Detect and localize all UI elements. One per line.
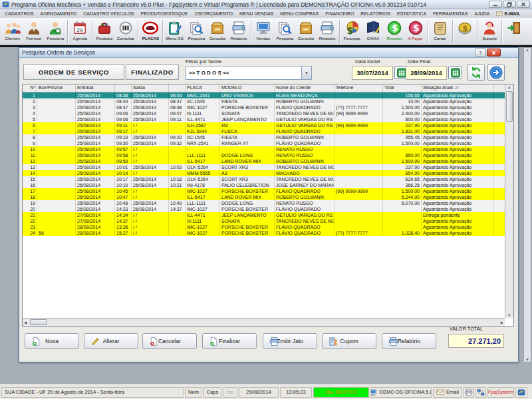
scroll-right-icon[interactable]: ▶ (501, 321, 503, 325)
toolbar-produtos-button[interactable]: Produtos (94, 19, 115, 45)
menu-email[interactable]: E-MAIL (493, 11, 523, 17)
nova-button[interactable]: Nova (25, 333, 79, 349)
toolbar-placas-button[interactable]: PLACAS (140, 19, 161, 45)
scroll-left-icon[interactable]: ◀ (24, 321, 27, 325)
toolbar-funciona-button[interactable]: Funciona (45, 19, 66, 45)
menu-menu-vendas[interactable]: MENU VENDAS (236, 11, 277, 16)
column-header-nome-cliente[interactable]: Nome do Cliente (275, 84, 334, 92)
column-header-saida-data[interactable]: Saida (132, 84, 169, 92)
menu-menu-compras[interactable]: MENU COMPRAS (277, 11, 322, 16)
toolbar-consulta-button[interactable]: Consulta (295, 19, 317, 45)
toolbar-menu-os-button[interactable]: Menu OS (164, 19, 186, 45)
column-header-saida-hora[interactable] (169, 84, 186, 92)
dialog-close-button[interactable] (487, 49, 501, 57)
os-row[interactable]: 1325/08/201410:0125/08/201410:03OLK-5264… (23, 164, 505, 170)
toolbar-moeda-button[interactable]: $ (454, 19, 475, 45)
os-row[interactable]: 125/08/201408:3825/08/201408:43MMC-2541U… (23, 92, 505, 98)
date-end-calendar-button[interactable] (448, 66, 462, 79)
toolbar-consultar-button[interactable]: Consultar (115, 19, 136, 45)
minimize-button[interactable] (489, 1, 502, 8)
toolbar-a-pagar-button[interactable]: $A Pagar (405, 19, 426, 45)
os-row[interactable]: 425/08/201409:0625/08/201409:07III-1111S… (23, 110, 505, 116)
menu-estatistica[interactable]: ESTATISTICA (394, 11, 430, 16)
os-row[interactable]: 1225/08/201409:59/ /ILL-5417LAND ROVER M… (23, 158, 505, 164)
scroll-up-icon[interactable]: ▲ (507, 85, 511, 89)
toolbar-pesquisa-button[interactable]: Pesquisa (274, 19, 295, 45)
toolbar-pesquisa-button[interactable]: Pesquisa (186, 19, 207, 45)
toolbar-fornece-button[interactable]: Fornece (23, 19, 45, 45)
column-header-numero[interactable]: Nº (23, 84, 37, 92)
os-row[interactable]: 245628/08/201415:27/ /IMC-1027PORSCHE BO… (23, 230, 505, 236)
os-row[interactable]: 2127/08/201414:34/ /ILL-4471JEEP LANÇAME… (23, 212, 505, 218)
os-row[interactable]: 1725/08/201410:45/ /IMC-1027PORSCHE BOXS… (23, 188, 505, 194)
date-end-input[interactable]: 28/09/2014 (406, 66, 447, 80)
os-row[interactable]: 2227/08/201414:37/ /III-1111SONATATANCRE… (23, 218, 505, 224)
os-row[interactable]: 2328/08/201413:36/ /IMC-1027PORSCHE BOXS… (23, 224, 505, 230)
scroll-down-icon[interactable]: ▼ (525, 358, 529, 362)
column-header-total[interactable]: Total (383, 84, 422, 92)
tab-finalizado[interactable]: FINALIZADO (126, 65, 179, 80)
os-row[interactable]: 225/08/201408:4425/08/201408:47IIC-1545F… (23, 98, 505, 104)
column-header-entrada-hora[interactable] (115, 84, 132, 92)
column-header-modelo[interactable]: MODELO (220, 84, 275, 92)
mdi-scrollbar[interactable]: ▲▼ (523, 47, 531, 362)
os-row[interactable]: 1525/08/201410:1725/08/201410:18OLK-5264… (23, 176, 505, 182)
menu-ajuda[interactable]: AJUDA (471, 11, 493, 16)
toolbar-vendas-button[interactable]: Vendas (253, 19, 274, 45)
os-row[interactable]: 325/08/201408:4725/08/201408:48IMC-1027P… (23, 104, 505, 110)
alterar-button[interactable]: Alterar (84, 333, 138, 349)
toolbar-agenda-button[interactable]: 29Agenda (69, 19, 90, 45)
menu-agendamento[interactable]: AGENDAMENTO (37, 11, 80, 16)
os-row[interactable]: 725/08/201409:17/ /KJL-5244FUSCAFLAVIO Q… (23, 128, 505, 134)
menu-os-orcamento[interactable]: OS/ORÇAMENTO (191, 11, 235, 16)
toolbar-suporte-button[interactable]: Suporte (479, 19, 500, 45)
os-row[interactable]: 1925/08/201410:4825/08/201410:49LLL-1111… (23, 200, 505, 206)
toolbar-financas-button[interactable]: $Finanças (341, 19, 362, 45)
filter-name-select[interactable]: >> T O D O S << ▼ (186, 66, 312, 80)
tab-ordem-de-servico[interactable]: ORDEM DE SERVIÇO (23, 65, 124, 80)
emitir-jato-button[interactable]: Emitir Jato (263, 333, 317, 349)
os-row[interactable]: 1825/08/201410:47/ /ILL-5417LAND ROVER M… (23, 194, 505, 200)
toolbar-relatorio-button[interactable]: Relatório (317, 19, 338, 45)
menu-ferramentas[interactable]: FERRAMENTAS (430, 11, 471, 16)
date-start-input[interactable]: 30/07/2014 (352, 66, 393, 80)
grid-horizontal-scrollbar[interactable]: ◀ ▶ (23, 318, 505, 326)
column-header-situacao[interactable]: Situação Atual -> (422, 84, 494, 92)
cupom-button[interactable]: Cupom (322, 333, 376, 349)
os-row[interactable]: 1625/08/201410:1925/08/201410:21INI-4178… (23, 182, 505, 188)
column-header-box-prisma[interactable]: Box/Prisma (37, 84, 76, 92)
os-row[interactable]: 625/08/201409:11/ /ILH-2587MZGETULIO VAR… (23, 122, 505, 128)
toolbar-relatorio-button[interactable]: Relatório (228, 19, 249, 45)
column-header-telefone[interactable]: Telefone (334, 84, 383, 92)
menu-relatorios[interactable]: RELATÓRIOS (357, 11, 394, 16)
toolbar-cartas-button[interactable]: Cartas (430, 19, 451, 45)
column-header-entrada-data[interactable]: Entrada (76, 84, 115, 92)
relatorio-button[interactable]: Relatório (382, 333, 436, 349)
os-row[interactable]: 825/08/201409:1925/08/201409:20IIC-1545F… (23, 134, 505, 140)
close-button[interactable] (517, 1, 530, 8)
os-row[interactable]: 2026/08/201414:3326/08/201414:37IMC-1027… (23, 206, 505, 212)
toolbar-clientes-button[interactable]: Clientes (2, 19, 23, 45)
os-row[interactable]: 1125/08/201409:58/ /LLL-1111DODGE LONGRE… (23, 152, 505, 158)
menu-cadastro-veiculos[interactable]: CADASTRO VEICULOS (80, 11, 137, 16)
finalizar-button[interactable]: Finalizar (202, 333, 257, 349)
scroll-up-icon[interactable]: ▲ (525, 48, 529, 52)
os-row[interactable]: 925/08/201409:3025/08/201409:32NRX-2541R… (23, 140, 505, 146)
go-button[interactable] (487, 64, 505, 81)
menu-cadastros[interactable]: CADASTROS (1, 11, 37, 16)
toolbar-consulta-button[interactable]: Consulta (207, 19, 228, 45)
toolbar-sair-button[interactable] (503, 19, 525, 45)
toolbar-caixa-button[interactable]: CAIXA (362, 19, 384, 45)
toolbar-receber-button[interactable]: $Receber (384, 19, 405, 45)
os-row[interactable]: 1025/08/201409:57/ /-RENATO RUSSOAguarda… (23, 146, 505, 152)
maximize-button[interactable] (503, 1, 516, 8)
dialog-help-button[interactable]: ? (475, 49, 486, 57)
horizontal-scroll-thumb[interactable] (30, 319, 47, 325)
menu-produto-estoque[interactable]: PRODUTO/ESTOQUE (138, 11, 192, 16)
grid-vertical-scrollbar[interactable]: ▲ ▼ (505, 84, 513, 318)
vertical-scroll-thumb[interactable] (506, 91, 513, 122)
chevron-down-icon[interactable]: ▼ (301, 66, 311, 79)
menu-financeiro[interactable]: FINANCEIRO (322, 11, 357, 16)
scroll-down-icon[interactable]: ▼ (507, 313, 511, 317)
column-header-placa[interactable]: PLACA (186, 84, 220, 92)
